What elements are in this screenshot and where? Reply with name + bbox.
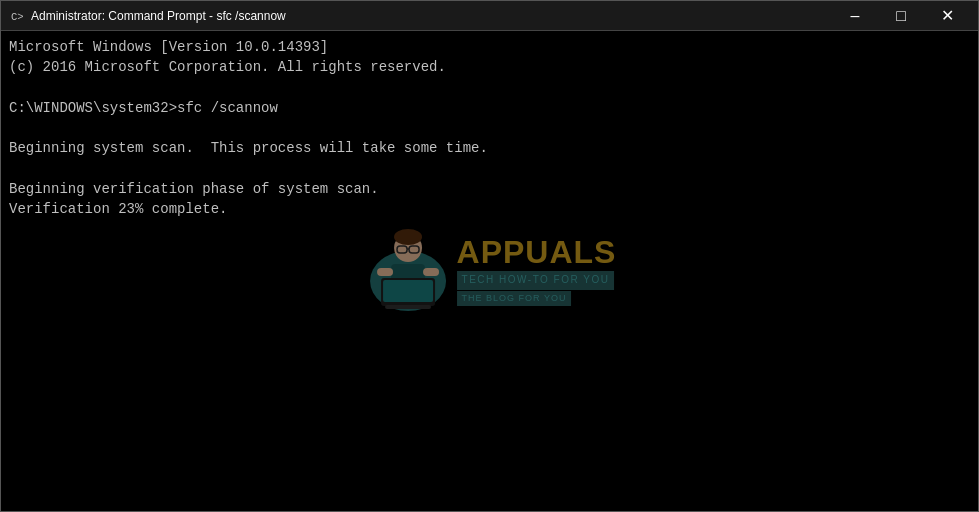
console-line: Verification 23% complete. — [9, 199, 970, 219]
console-line — [9, 281, 970, 301]
command-prompt-window: C> Administrator: Command Prompt - sfc /… — [0, 0, 979, 512]
minimize-button[interactable]: – — [832, 1, 878, 31]
console-line — [9, 159, 970, 179]
console-line — [9, 362, 970, 382]
maximize-button[interactable]: □ — [878, 1, 924, 31]
console-line — [9, 260, 970, 280]
console-line — [9, 443, 970, 463]
close-button[interactable]: ✕ — [924, 1, 970, 31]
console-line — [9, 220, 970, 240]
console-lines: Microsoft Windows [Version 10.0.14393](c… — [9, 37, 970, 484]
console-line — [9, 382, 970, 402]
title-bar-controls: – □ ✕ — [832, 1, 970, 31]
cmd-icon: C> — [9, 8, 25, 24]
console-line: (c) 2016 Microsoft Corporation. All righ… — [9, 57, 970, 77]
console-line: Microsoft Windows [Version 10.0.14393] — [9, 37, 970, 57]
console-line — [9, 118, 970, 138]
title-bar-text: Administrator: Command Prompt - sfc /sca… — [31, 9, 832, 23]
console-line — [9, 240, 970, 260]
console-line — [9, 341, 970, 361]
console-line: C:\WINDOWS\system32>sfc /scannow — [9, 98, 970, 118]
console-line — [9, 463, 970, 483]
console-line — [9, 301, 970, 321]
console-line — [9, 423, 970, 443]
console-output[interactable]: Microsoft Windows [Version 10.0.14393](c… — [1, 31, 978, 511]
title-bar: C> Administrator: Command Prompt - sfc /… — [1, 1, 978, 31]
console-line — [9, 321, 970, 341]
svg-text:C>: C> — [11, 11, 24, 23]
console-line — [9, 402, 970, 422]
console-line — [9, 78, 970, 98]
console-line: Beginning verification phase of system s… — [9, 179, 970, 199]
console-line: Beginning system scan. This process will… — [9, 138, 970, 158]
